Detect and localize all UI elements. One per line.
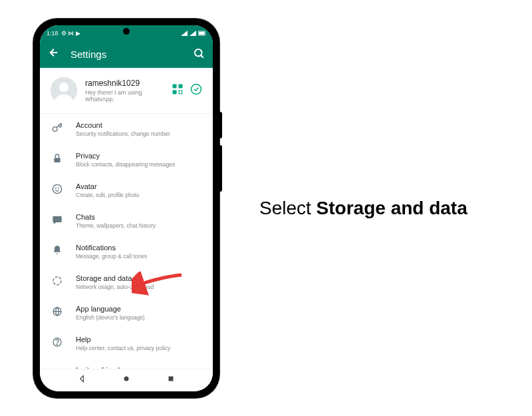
qr-code-icon[interactable]: [172, 83, 184, 98]
instruction-bold: Storage and data: [317, 198, 467, 218]
settings-list: Account Security notifications, change n…: [40, 114, 213, 385]
settings-item-subtitle: Message, group & call tones: [76, 253, 202, 260]
settings-item-title: Chats: [76, 213, 202, 221]
svg-rect-9: [179, 90, 180, 91]
svg-rect-26: [168, 377, 173, 381]
nav-back-icon[interactable]: [77, 374, 86, 386]
svg-point-14: [53, 126, 57, 131]
header-title: Settings: [70, 49, 193, 60]
svg-point-3: [195, 49, 202, 57]
phone-frame: 1:18 ⚙ ⋈ ▶ Settings rameshnik102: [33, 19, 219, 398]
svg-point-5: [59, 83, 68, 92]
settings-item-subtitle: Security notifications, change number: [76, 130, 202, 137]
back-arrow-icon[interactable]: [48, 47, 60, 62]
nav-recent-icon[interactable]: [166, 374, 176, 386]
face-icon: [51, 184, 64, 194]
instruction-prefix: Select: [259, 198, 317, 218]
settings-item-privacy[interactable]: Privacy Block contacts, disappearing mes…: [40, 144, 213, 175]
settings-item-help[interactable]: Help Help center, contact us, privacy po…: [40, 328, 213, 359]
svg-point-16: [53, 184, 61, 193]
instruction-text: Select Storage and data: [259, 198, 467, 219]
android-nav-bar: [40, 369, 213, 391]
chat-icon: [51, 214, 64, 225]
settings-item-chats[interactable]: Chats Theme, wallpapers, chat history: [40, 206, 213, 236]
svg-rect-2: [205, 33, 205, 34]
profile-section[interactable]: rameshnik1029 Hey there! I am using What…: [40, 68, 213, 114]
svg-rect-7: [179, 84, 183, 88]
settings-item-app-language[interactable]: App language English (device's language): [40, 298, 213, 328]
phone-screen: 1:18 ⚙ ⋈ ▶ Settings rameshnik102: [40, 25, 213, 391]
settings-item-title: Help: [76, 335, 202, 343]
settings-item-notifications[interactable]: Notifications Message, group & call tone…: [40, 236, 213, 267]
svg-rect-12: [181, 93, 182, 94]
settings-item-subtitle: Create, edit, profile photo: [76, 192, 202, 198]
nav-home-icon[interactable]: [122, 374, 131, 386]
app-header: Settings: [40, 41, 213, 68]
status-icons-left: ⚙ ⋈ ▶: [61, 30, 80, 37]
profile-name: rameshnik1029: [85, 79, 172, 88]
svg-rect-10: [181, 90, 182, 91]
globe-icon: [51, 306, 64, 317]
data-usage-icon: [51, 276, 64, 286]
add-account-icon[interactable]: [190, 83, 202, 98]
settings-item-title: Account: [76, 121, 202, 129]
settings-item-title: Avatar: [76, 182, 202, 190]
settings-item-subtitle: Help center, contact us, privacy policy: [76, 345, 202, 351]
help-icon: [51, 337, 64, 347]
key-icon: [51, 122, 64, 133]
svg-rect-11: [179, 93, 180, 94]
settings-item-title: Notifications: [76, 244, 202, 252]
svg-rect-6: [173, 84, 177, 88]
settings-item-subtitle: Theme, wallpapers, chat history: [76, 222, 202, 229]
status-icons-right: [181, 31, 206, 36]
svg-rect-8: [173, 90, 177, 94]
settings-item-title: Storage and data: [76, 274, 202, 282]
profile-status: Hey there! I am using WhatsApp.: [85, 89, 172, 103]
phone-camera: [123, 28, 130, 35]
svg-point-13: [192, 84, 201, 94]
svg-point-22: [57, 343, 57, 344]
settings-item-subtitle: English (device's language): [76, 314, 202, 321]
power-button: [219, 145, 222, 192]
svg-rect-1: [199, 32, 204, 35]
settings-item-account[interactable]: Account Security notifications, change n…: [40, 114, 213, 144]
svg-point-17: [55, 187, 57, 188]
svg-rect-15: [54, 158, 60, 162]
lock-icon: [51, 153, 64, 164]
settings-item-storage-data[interactable]: Storage and data Network usage, auto-dow…: [40, 267, 213, 298]
search-icon[interactable]: [193, 47, 205, 62]
settings-item-subtitle: Block contacts, disappearing messages: [76, 161, 202, 168]
svg-point-18: [58, 187, 59, 188]
settings-item-avatar[interactable]: Avatar Create, edit, profile photo: [40, 175, 213, 206]
svg-point-19: [53, 277, 61, 285]
settings-item-title: App language: [76, 305, 202, 313]
settings-item-title: Privacy: [76, 152, 202, 160]
avatar: [51, 77, 77, 104]
settings-item-subtitle: Network usage, auto-download: [76, 284, 202, 290]
volume-button: [219, 112, 222, 138]
status-time: 1:18: [47, 30, 59, 37]
bell-icon: [51, 245, 64, 256]
svg-point-25: [124, 377, 128, 381]
